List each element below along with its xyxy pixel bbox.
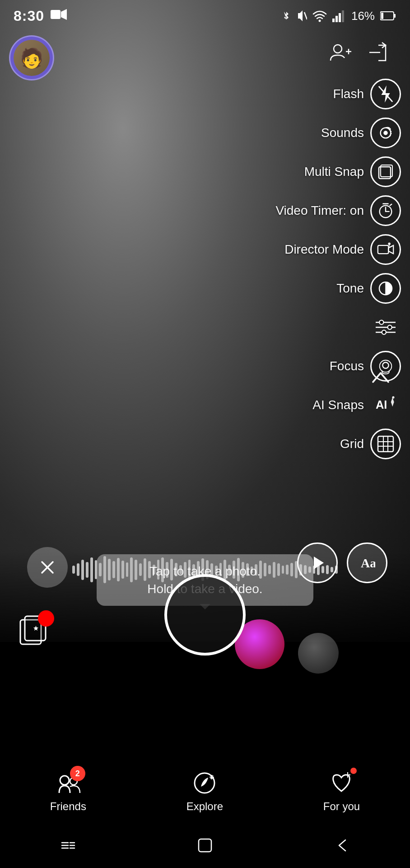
svg-rect-41 [378, 436, 393, 452]
tone-icon-button[interactable] [370, 273, 401, 304]
svg-rect-69 [199, 839, 211, 852]
play-button[interactable] [297, 542, 338, 583]
svg-rect-11 [381, 13, 383, 19]
ai-snaps-icon-button[interactable]: AI [370, 390, 401, 420]
director-mode-label: Director Mode [284, 242, 364, 257]
svg-rect-5 [332, 19, 335, 22]
focus-label: Focus [330, 359, 364, 373]
right-bottom-buttons: Aa [297, 542, 387, 583]
top-right-actions [324, 36, 396, 68]
collapse-sidebar-button[interactable] [365, 362, 396, 393]
svg-line-3 [304, 12, 307, 19]
svg-marker-48 [314, 557, 324, 569]
video-timer-label: Video Timer: on [275, 203, 364, 218]
friends-label: Friends [50, 800, 86, 813]
svg-point-19 [383, 131, 388, 135]
for-you-label: For you [323, 800, 360, 813]
wave-bar [81, 560, 84, 580]
svg-text:AI: AI [376, 398, 387, 411]
director-mode-control[interactable]: Director Mode [284, 232, 401, 267]
text-overlay-button[interactable]: Aa [347, 542, 387, 583]
svg-point-32 [379, 320, 383, 324]
svg-rect-0 [51, 10, 61, 19]
sounds-control[interactable]: Sounds [321, 116, 401, 150]
android-nav-bar [0, 823, 410, 868]
svg-point-36 [382, 330, 386, 334]
status-bar: 8:30 16% [0, 0, 410, 32]
multi-snap-control[interactable]: Multi Snap [304, 155, 401, 189]
status-icons: 16% [282, 9, 396, 23]
svg-marker-27 [388, 245, 393, 254]
flash-label: Flash [333, 87, 364, 101]
sounds-label: Sounds [321, 126, 364, 140]
wave-bar [72, 566, 75, 574]
shutter-button[interactable] [164, 574, 246, 656]
svg-rect-26 [378, 245, 389, 254]
for-you-icon-wrap [328, 769, 355, 797]
sliders-icon-button[interactable] [370, 312, 401, 343]
nav-friends[interactable]: 2 Friends [50, 769, 86, 813]
flash-icon-button[interactable] [370, 79, 401, 109]
camera-settings-sidebar: Flash Sounds Multi Snap [275, 77, 401, 461]
avatar[interactable]: 🧑 [9, 35, 54, 80]
memories-button[interactable] [14, 610, 54, 651]
friends-icon-wrap: 2 [55, 769, 82, 797]
svg-rect-6 [335, 16, 338, 22]
tone-control[interactable]: Tone [336, 271, 401, 306]
grid-label: Grid [340, 437, 364, 451]
android-recents-button[interactable] [50, 832, 86, 859]
director-mode-icon-button[interactable] [370, 234, 401, 265]
wave-bar [90, 557, 93, 582]
grid-icon-button[interactable] [370, 429, 401, 459]
video-timer-control[interactable]: Video Timer: on [275, 193, 401, 228]
video-timer-icon-button[interactable] [370, 195, 401, 226]
ai-snaps-label: AI Snaps [312, 398, 364, 412]
for-you-dot [350, 768, 357, 774]
cancel-button[interactable] [27, 547, 68, 588]
svg-point-28 [388, 243, 390, 245]
sliders-control[interactable] [370, 310, 401, 344]
share-button[interactable] [365, 36, 396, 68]
explore-icon-wrap [191, 769, 218, 797]
grid-control[interactable]: Grid [340, 427, 401, 461]
sounds-icon-button[interactable] [370, 118, 401, 148]
svg-point-54 [60, 776, 69, 785]
friends-badge: 2 [70, 766, 85, 781]
add-friend-button[interactable] [324, 36, 356, 68]
video-recording-icon [51, 8, 67, 24]
multi-snap-label: Multi Snap [304, 165, 364, 179]
android-back-button[interactable] [324, 832, 360, 859]
avatar-image: 🧑 [14, 40, 50, 76]
wave-bar [77, 563, 79, 576]
svg-point-12 [334, 45, 342, 53]
nav-explore[interactable]: Explore [186, 769, 223, 813]
multi-snap-icon-button[interactable] [370, 156, 401, 187]
memories-badge [38, 610, 54, 627]
wave-bar [86, 562, 89, 578]
decorative-orb-2 [298, 633, 339, 674]
svg-rect-7 [339, 13, 341, 22]
tone-label: Tone [336, 281, 364, 296]
explore-label: Explore [186, 800, 223, 813]
bottom-navigation: 2 Friends Explore [0, 760, 410, 823]
svg-point-4 [318, 20, 321, 22]
svg-point-53 [42, 614, 50, 623]
svg-marker-1 [61, 9, 67, 20]
svg-marker-2 [298, 10, 303, 21]
svg-rect-8 [342, 10, 344, 22]
battery-percent: 16% [351, 9, 375, 23]
status-time: 8:30 [14, 8, 44, 24]
svg-text:Aa: Aa [361, 556, 375, 570]
svg-point-40 [392, 396, 394, 399]
android-home-button[interactable] [187, 832, 223, 859]
flash-control[interactable]: Flash [333, 77, 401, 111]
svg-rect-10 [394, 14, 396, 18]
nav-for-you[interactable]: For you [323, 769, 360, 813]
svg-point-34 [388, 325, 392, 329]
